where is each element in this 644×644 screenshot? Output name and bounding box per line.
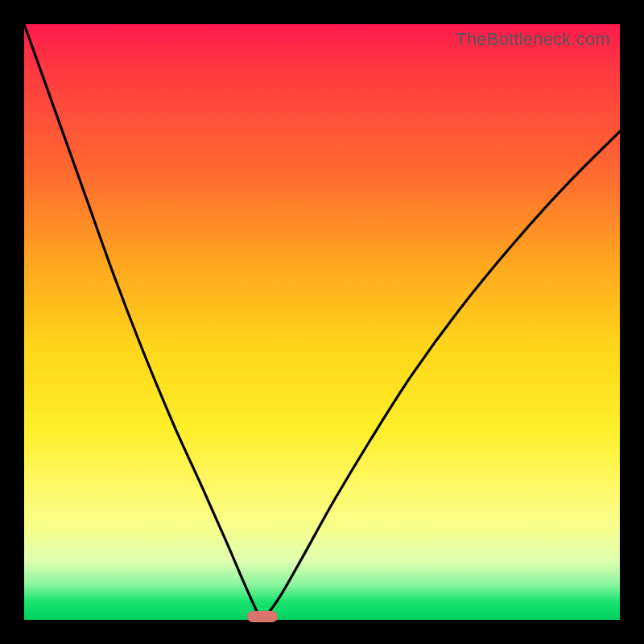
bottleneck-curve: [24, 24, 620, 620]
minimum-marker: [247, 611, 278, 622]
plot-area: TheBottleneck.com: [24, 24, 620, 620]
curve-path: [24, 24, 620, 620]
chart-frame: TheBottleneck.com: [0, 0, 644, 644]
